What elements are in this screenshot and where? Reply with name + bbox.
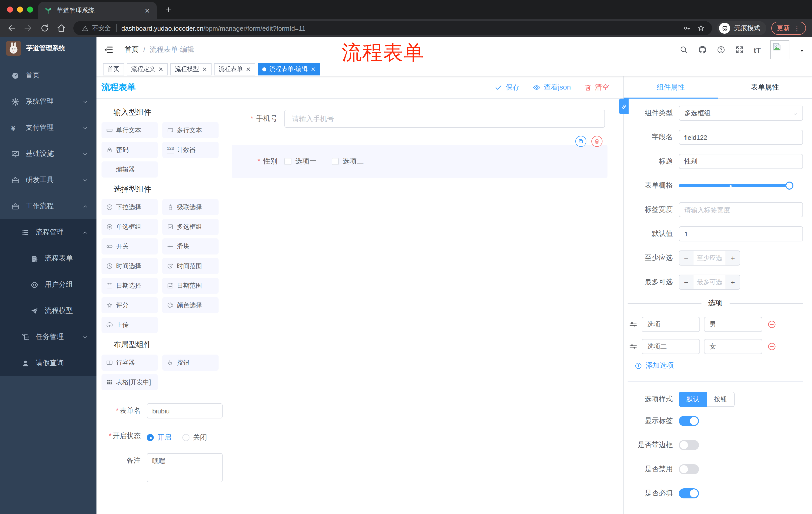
reload-icon[interactable] [40,23,50,33]
component-tile-开关[interactable]: 开关 [102,238,158,254]
option-label-input[interactable] [642,317,700,332]
component-tile-日期范围[interactable]: 日期范围 [162,278,219,294]
tab-组件属性[interactable]: 组件属性 [624,77,718,98]
help-icon[interactable] [717,45,726,54]
sidebar-item-task-mgmt[interactable]: 任务管理 [0,324,96,350]
sidebar-item-payment[interactable]: ¥支付管理 [0,115,96,141]
avatar[interactable] [770,40,789,59]
component-tile-表格[开发中][interactable]: 表格[开发中] [102,374,158,390]
github-icon[interactable] [698,45,707,54]
tag-流程定义[interactable]: 流程定义✕ [127,63,168,75]
view-json-button[interactable]: 查看json [533,83,571,92]
sidebar-item-process-form[interactable]: 流程表单 [0,245,96,272]
style-button-默认[interactable]: 默认 [679,392,707,407]
form-remark-textarea[interactable]: 嘿嘿 [147,453,223,482]
bookmark-star-icon[interactable] [697,24,705,32]
component-tile-下拉选择[interactable]: 下拉选择 [102,199,158,215]
component-tile-评分[interactable]: 评分 [102,297,158,313]
component-tile-密码[interactable]: 密码 [102,142,158,158]
tag-流程表单[interactable]: 流程表单✕ [214,63,255,75]
show-label-toggle[interactable] [679,416,699,426]
fullscreen-icon[interactable] [735,45,744,54]
forward-icon[interactable] [23,23,33,33]
update-button[interactable]: 更新 ⋮ [771,22,806,35]
component-tile-日期选择[interactable]: 日期选择 [102,278,158,294]
sidebar-item-process-mgmt[interactable]: 流程管理 [0,219,96,245]
disabled-toggle[interactable] [679,464,699,474]
sidebar-item-user-group[interactable]: 用户分组 [0,272,96,298]
tag-首页[interactable]: 首页 [103,63,124,75]
component-tile-颜色选择[interactable]: 颜色选择 [162,297,219,313]
form-name-input[interactable] [147,403,223,418]
minus-button[interactable]: − [679,275,693,289]
url-bar[interactable]: 不安全 dashboard.yudao.iocoder.cn /bpm/mana… [74,21,712,35]
sidebar-item-devtools[interactable]: 研发工具 [0,167,96,193]
gender-field-selected[interactable]: * 性别 选项一选项二 [232,145,608,178]
option-value-input[interactable] [704,339,762,354]
component-tile-上传[interactable]: 上传 [102,317,158,333]
font-size-icon[interactable]: tT [754,46,761,54]
with-border-toggle[interactable] [679,440,699,450]
min-select-input[interactable] [693,251,726,265]
slider-handle[interactable] [785,182,793,190]
component-tile-滑块[interactable]: 滑块 [162,238,219,254]
sidebar-item-process-model[interactable]: 流程模型 [0,298,96,324]
component-type-select[interactable] [679,106,803,121]
browser-tab[interactable]: 芋道管理系统 ✕ [38,2,157,19]
clear-button[interactable]: 清空 [584,83,609,92]
component-tile-单选框组[interactable]: 单选框组 [102,219,158,235]
tag-close-icon[interactable]: ✕ [246,65,251,73]
remove-option-icon[interactable] [767,320,776,329]
back-icon[interactable] [6,23,17,33]
component-tile-时间范围[interactable]: 时间范围 [162,258,219,274]
search-icon[interactable] [679,45,688,54]
component-tile-多选框组[interactable]: 多选框组 [162,219,219,235]
browser-menu-icon[interactable]: ⋮ [793,24,801,32]
minimize-window-button[interactable] [17,6,23,12]
title-input[interactable] [679,154,803,169]
hamburger-icon[interactable] [104,45,114,55]
canvas-body[interactable]: * 手机号 * 性别 选项一选项二 [230,99,623,514]
tag-流程表单-编辑[interactable]: 流程表单-编辑✕ [258,63,320,75]
option-value-input[interactable] [704,317,762,332]
component-tile-时间选择[interactable]: 时间选择 [102,258,158,274]
sidebar-item-system[interactable]: 系统管理 [0,88,96,115]
copy-component-button[interactable] [575,136,586,147]
home-icon[interactable] [56,23,66,33]
tab-表单属性[interactable]: 表单属性 [718,77,812,98]
minus-button[interactable]: − [679,251,693,265]
add-option-button[interactable]: 添加选项 [635,361,803,370]
sidebar-item-workflow[interactable]: 工作流程 [0,193,96,219]
remove-option-icon[interactable] [767,342,776,351]
tag-流程模型[interactable]: 流程模型✕ [170,63,211,75]
key-icon[interactable] [683,24,691,32]
component-tile-编辑器[interactable]: 编辑器 [102,161,158,178]
status-radio-开启[interactable]: 开启 [147,433,171,442]
new-tab-button[interactable] [162,4,175,17]
style-button-按钮[interactable]: 按钮 [707,392,735,407]
delete-component-button[interactable] [591,136,603,147]
maximize-window-button[interactable] [27,6,33,12]
default-value-input[interactable] [679,226,803,241]
plus-button[interactable]: + [726,275,740,289]
tag-close-icon[interactable]: ✕ [202,65,207,73]
sidebar-item-leave-query[interactable]: 请假查询 [0,350,96,376]
checkbox[interactable] [284,158,291,165]
max-select-input[interactable] [693,275,726,289]
component-tile-按钮[interactable]: 按钮 [162,355,219,371]
component-tile-行容器[interactable]: 行容器 [102,355,158,371]
component-tile-计数器[interactable]: 123计数器 [162,142,219,158]
component-tile-级联选择[interactable]: 级联选择 [162,199,219,215]
save-button[interactable]: 保存 [495,83,520,92]
sidebar-logo[interactable]: 芋道管理系统 [0,37,96,59]
option-label-input[interactable] [642,339,700,354]
phone-field-row[interactable]: * 手机号 [230,110,623,128]
sidebar-item-infrastructure[interactable]: 基础设施 [0,141,96,167]
component-tile-单行文本[interactable]: 单行文本 [102,122,158,138]
checkbox[interactable] [331,158,339,165]
breadcrumb-home[interactable]: 首页 [125,45,139,54]
status-radio-关闭[interactable]: 关闭 [182,433,207,442]
plus-button[interactable]: + [726,251,740,265]
component-tile-多行文本[interactable]: 多行文本 [162,122,219,138]
close-window-button[interactable] [7,6,13,12]
